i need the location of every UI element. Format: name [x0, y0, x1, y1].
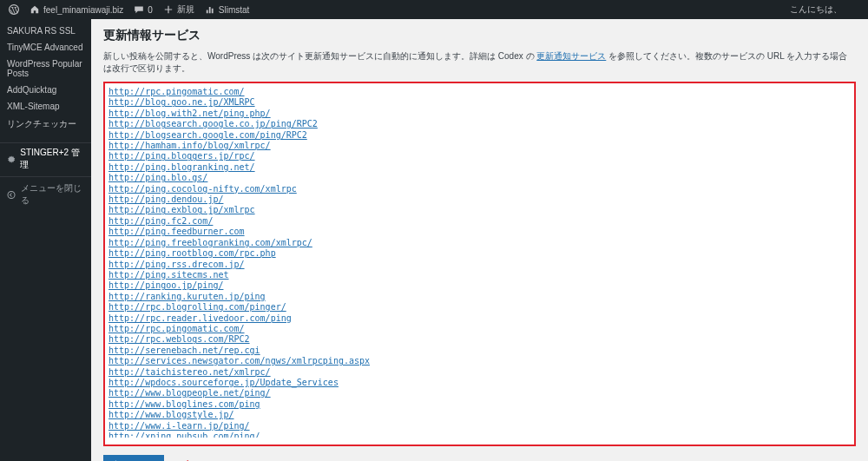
comment-icon — [134, 4, 144, 15]
wordpress-icon — [9, 4, 19, 15]
greeting[interactable]: こんにちは、 — [790, 4, 842, 14]
plus-icon — [163, 4, 174, 15]
collapse-icon — [7, 190, 16, 200]
save-button[interactable]: 変更を保存 — [103, 455, 164, 461]
sidebar-item-tinymce[interactable]: TinyMCE Advanced — [0, 39, 91, 56]
new-content-label: 新規 — [177, 3, 194, 16]
admin-sidebar: SAKURA RS SSL TinyMCE Advanced WordPress… — [0, 19, 91, 461]
home-icon — [30, 4, 40, 15]
sidebar-item-sakura-ssl[interactable]: SAKURA RS SSL — [0, 23, 91, 39]
ping-textarea-wrap — [103, 82, 856, 446]
slimstat[interactable]: Slimstat — [205, 4, 250, 15]
sidebar-item-link-checker[interactable]: リンクチェッカー — [0, 115, 91, 134]
ping-services-textarea[interactable] — [108, 87, 851, 438]
main-content: 更新情報サービス 新しい投稿を公開すると、WordPress は次のサイト更新通… — [91, 19, 868, 461]
site-name-label: feel_minamiawaji.biz — [43, 5, 123, 15]
collapse-label: メニューを閉じる — [21, 182, 84, 207]
gear-icon — [7, 155, 16, 164]
desc-link[interactable]: 更新通知サービス — [536, 51, 606, 61]
page-title: 更新情報サービス — [103, 28, 856, 43]
site-name[interactable]: feel_minamiawaji.biz — [30, 4, 123, 15]
wp-logo[interactable] — [9, 4, 19, 15]
sidebar-item-xml-sitemap[interactable]: XML-Sitemap — [0, 98, 91, 115]
svg-point-1 — [8, 191, 15, 198]
slimstat-label: Slimstat — [219, 5, 250, 15]
comments-count: 0 — [148, 5, 153, 15]
sidebar-stinger-label: STINGER+2 管理 — [20, 147, 84, 171]
sidebar-item-stinger[interactable]: STINGER+2 管理 — [0, 142, 91, 175]
collapse-menu[interactable]: メニューを閉じる — [0, 176, 91, 212]
description: 新しい投稿を公開すると、WordPress は次のサイト更新通知サービスに自動的… — [103, 50, 856, 75]
comments[interactable]: 0 — [134, 4, 153, 15]
adminbar: feel_minamiawaji.biz 0 新規 Slimstat こんにちは… — [0, 0, 868, 19]
sidebar-item-addquicktag[interactable]: AddQuicktag — [0, 82, 91, 98]
desc-pre: 新しい投稿を公開すると、WordPress は次のサイト更新通知サービスに自動的… — [103, 51, 536, 61]
stats-icon — [205, 4, 215, 15]
sidebar-item-wpp[interactable]: WordPress Popular Posts — [0, 56, 91, 82]
new-content[interactable]: 新規 — [163, 3, 194, 16]
